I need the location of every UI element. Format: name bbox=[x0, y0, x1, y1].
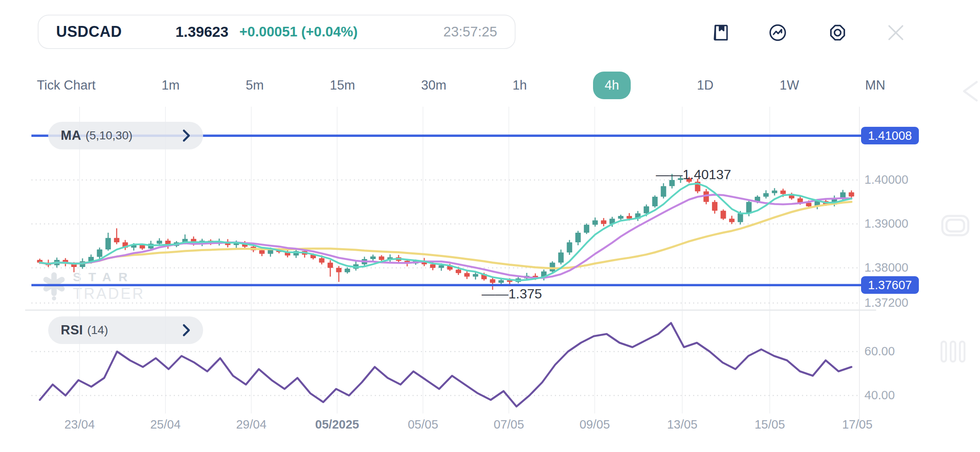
tab-5m[interactable]: 5m bbox=[246, 78, 264, 93]
star-logo-icon bbox=[41, 272, 67, 301]
quote-card[interactable]: USDCAD 1.39623 +0.00051 (+0.04%) 23:57:2… bbox=[38, 15, 516, 49]
indicator-icon bbox=[768, 23, 788, 43]
low-price-annotation: ——1.375 bbox=[482, 286, 542, 302]
close-button[interactable] bbox=[886, 23, 906, 43]
date-tick-label: 13/05 bbox=[667, 418, 698, 431]
tab-4h[interactable]: 4h bbox=[593, 72, 631, 99]
date-tick-label: 23/04 bbox=[64, 418, 95, 431]
trading-app: STAR TRADER 1.400001.390001.380001.37200… bbox=[0, 0, 980, 452]
lower-level-price-label[interactable]: 1.37607 bbox=[861, 276, 919, 294]
edge-bars-handle-icon[interactable] bbox=[940, 340, 980, 363]
rsi-label: RSI bbox=[61, 323, 83, 338]
date-tick-label: 09/05 bbox=[580, 418, 610, 431]
axis-labels: 1.400001.390001.380001.3720060.0040.0023… bbox=[0, 0, 980, 452]
watermark-brand-bottom: TRADER bbox=[73, 285, 145, 303]
ma-indicator-pill[interactable]: MA (5,10,30) bbox=[48, 122, 203, 149]
price-tick-label: 1.38000 bbox=[864, 261, 908, 275]
price-tick-label: 1.39000 bbox=[864, 217, 908, 231]
settings-icon bbox=[828, 23, 848, 43]
chevron-right-icon bbox=[182, 324, 191, 337]
price-tick-label: 1.37200 bbox=[864, 296, 908, 310]
watermark-brand-top: STAR bbox=[73, 270, 145, 284]
date-tick-label: 25/04 bbox=[150, 418, 181, 431]
tab-30m[interactable]: 30m bbox=[421, 78, 446, 93]
tab-1w[interactable]: 1W bbox=[779, 78, 799, 93]
date-tick-label: 05/05 bbox=[408, 418, 438, 431]
indicators-button[interactable] bbox=[768, 23, 788, 43]
tab-1h[interactable]: 1h bbox=[513, 78, 527, 93]
tab-1d[interactable]: 1D bbox=[697, 78, 714, 93]
edge-square-handle-icon[interactable] bbox=[941, 214, 980, 237]
rsi-indicator-pill[interactable]: RSI (14) bbox=[48, 316, 203, 344]
price-change: +0.00051 (+0.04%) bbox=[240, 24, 358, 40]
watermark: STAR TRADER bbox=[41, 270, 145, 303]
rsi-params: (14) bbox=[87, 324, 108, 337]
date-tick-label: 15/05 bbox=[755, 418, 785, 431]
price-tick-label: 1.40000 bbox=[864, 173, 908, 187]
bookmark-icon bbox=[711, 23, 731, 43]
bookmark-button[interactable] bbox=[711, 23, 731, 43]
timeframe-tabs: Tick Chart1m5m15m30m1h4h1D1WMN bbox=[37, 70, 885, 100]
date-tick-label: 29/04 bbox=[236, 418, 267, 431]
settings-button[interactable] bbox=[828, 23, 848, 43]
date-tick-label: 07/05 bbox=[494, 418, 524, 431]
ma-label: MA bbox=[61, 128, 81, 143]
candlestick-chart bbox=[0, 0, 980, 452]
close-icon bbox=[886, 23, 906, 43]
symbol-name: USDCAD bbox=[56, 23, 122, 41]
quote-time: 23:57:25 bbox=[444, 24, 497, 40]
date-tick-label: 17/05 bbox=[842, 418, 873, 431]
chevron-right-icon bbox=[182, 129, 191, 142]
tab-tick-chart[interactable]: Tick Chart bbox=[37, 78, 95, 93]
collapse-panel-chevron-icon[interactable] bbox=[957, 80, 980, 102]
tab-15m[interactable]: 15m bbox=[330, 78, 355, 93]
rsi-tick-label: 60.00 bbox=[864, 344, 895, 358]
upper-level-price-label[interactable]: 1.41008 bbox=[861, 127, 919, 144]
ma-params: (5,10,30) bbox=[85, 129, 132, 142]
tab-1m[interactable]: 1m bbox=[162, 78, 180, 93]
rsi-tick-label: 40.00 bbox=[864, 388, 895, 402]
high-price-annotation: ——1.40137 bbox=[656, 167, 731, 182]
date-tick-label: 05/2025 bbox=[315, 418, 359, 431]
tab-mn[interactable]: MN bbox=[865, 78, 885, 93]
last-price: 1.39623 bbox=[175, 23, 229, 40]
